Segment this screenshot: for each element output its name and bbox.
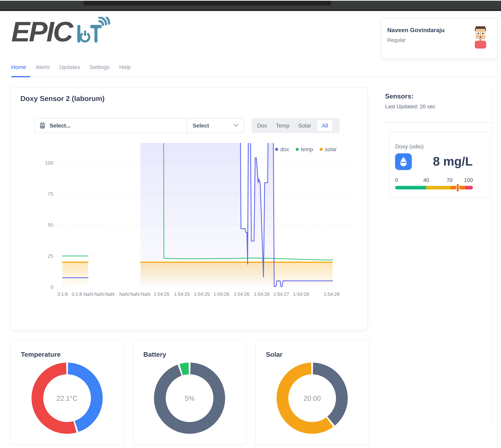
solar-donut-chart: 20.00 [277,363,348,434]
x-tick-label: 1:54:28 [324,291,340,297]
series-tab-group: DoxTempSolarAll [251,118,340,133]
donut-center-value: 5% [185,394,195,402]
nav-item-home[interactable]: Home [11,64,26,70]
os-top-bar-tab [84,1,331,5]
gauge-scale-label: 70 [447,177,453,183]
sensor-card-label: Doxy (odio) [395,143,423,150]
donut-hole: 20.00 [288,374,336,422]
legend-label: solar [325,146,337,153]
sensor-value: 8 mg/L [433,154,473,168]
card-title: Temperature [21,351,61,358]
x-tick-label: 1:54:27 [273,291,289,297]
dox-legend-dot [275,148,278,151]
top-bar-shadow [0,11,501,12]
donut-hole: 22.1°C [43,374,91,422]
date-select-placeholder: Select... [49,122,71,129]
gauge-scale-label: 40 [423,177,429,183]
sensor-gauge [395,186,473,190]
card-title: Battery [143,351,166,358]
x-tick-label: NaN:NaN:NaN [119,291,150,297]
gauge-scale-label: 100 [464,177,473,183]
x-tick-label: 1:54:25 [194,291,210,297]
y-tick-label: 50 [48,222,53,228]
x-tick-label: 3:1:8 [57,291,68,297]
sensors-heading-divider [385,122,492,123]
donut-center-value: 22.1°C [57,394,78,402]
donut-center-value: 20.00 [303,394,321,402]
sensors-heading: Sensors: [385,92,413,100]
temperature-card: Temperature22.1°C [10,340,124,445]
battery-donut-chart: 5% [154,363,225,434]
nav-item-alerts[interactable]: Alerts [36,64,50,70]
legend-item-dox[interactable]: dox [275,146,289,153]
nav-item-help[interactable]: Help [119,64,131,70]
line-chart[interactable] [56,143,352,287]
user-name: Naveen Govindaraju [387,27,445,33]
sensors-last-updated: Last Updated: 20 sec [385,103,436,110]
logo-graphic: EPIC [11,17,127,48]
y-tick-label: 75 [48,191,53,197]
gauge-scale-label: 0 [395,177,398,183]
doxy-sensor-card[interactable]: Doxy (odio) 8 mg/L 04070100 [389,132,490,198]
main-nav: HomeAlertsUpdatesSettingsHelp [11,64,131,70]
panel-title: Doxy Sensor 2 (laborum) [20,95,105,103]
user-profile-card[interactable]: Naveen Govindaraju Regular [381,18,498,59]
y-tick-label: 100 [45,160,53,166]
nav-divider [10,77,497,77]
nav-item-updates[interactable]: Updates [59,64,80,70]
os-top-bar [0,1,501,11]
sensor-select[interactable]: Select [187,118,244,133]
date-range-select[interactable]: Select... [34,118,187,133]
gauge-marker [457,184,459,192]
battery-card: Battery5% [133,340,247,445]
epic-iot-logo: EPIC [11,17,127,48]
tab-all[interactable]: All [317,119,333,132]
solar-legend-dot [320,148,323,151]
x-tick-label: 1:54:25 [154,291,169,297]
wifi-icon [99,17,109,25]
os-top-bar-edge [0,10,501,11]
card-title: Solar [266,351,282,358]
donut-hole: 5% [166,374,213,422]
x-tick-label: 1:54:26 [234,291,250,297]
legend-label: temp [301,146,313,153]
avatar [471,25,490,51]
calendar-icon [39,122,46,129]
logo-iot-group [77,25,102,43]
tab-temp[interactable]: Temp [271,122,294,129]
x-tick-label: 1:54:28 [293,291,309,297]
logo-epic-text: EPIC [11,17,74,47]
nav-active-underline [11,76,30,77]
chevron-down-icon [234,124,239,127]
x-tick-label: 1:54:25 [174,291,190,297]
sensor-select-value: Select [193,122,209,129]
solar-card: Solar20.00 [255,340,369,445]
user-role: Regular [387,37,406,43]
chart-x-axis: 3:1:83:1:8NaN:NaN:NaNNaN:NaN:NaN1:54:251… [56,291,352,299]
chart-y-axis: 0255075100 [36,143,53,287]
tab-solar[interactable]: Solar [294,122,316,129]
gauge-scale-labels: 04070100 [395,177,473,183]
chart-legend: doxtempsolar [275,146,337,153]
nav-item-settings[interactable]: Settings [90,64,110,70]
legend-label: dox [280,146,289,153]
legend-item-solar[interactable]: solar [320,146,337,153]
y-tick-label: 25 [48,253,53,259]
x-tick-label: 3:1:8 [72,291,82,297]
x-tick-label: 1:54:26 [254,291,270,297]
tab-dox[interactable]: Dox [253,122,271,129]
temperature-donut-chart: 22.1°C [31,363,103,434]
y-tick-label: 0 [50,284,53,290]
legend-item-temp[interactable]: temp [296,146,313,153]
x-tick-label: NaN:NaN:NaN [83,291,114,297]
x-tick-label: 1:54:26 [214,291,229,297]
water-drop-icon [395,153,412,170]
sidebar-divider [492,89,493,422]
temp-legend-dot [296,148,299,151]
